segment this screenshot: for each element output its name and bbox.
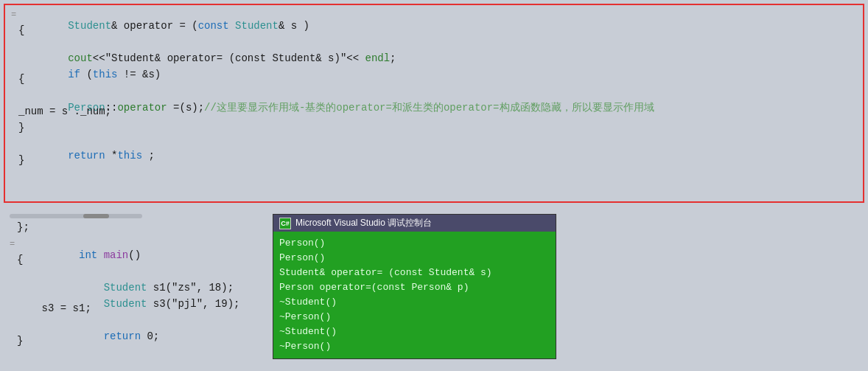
line-marker: = (10, 239, 15, 249)
code-line: if (this != &s) (5, 57, 863, 73)
code-line: { (5, 73, 863, 89)
line-marker: = (11, 10, 17, 20)
code-text: } (18, 154, 24, 166)
code-text: } (17, 335, 23, 347)
main-container: = Student& operator = (const Student& s … (0, 0, 868, 371)
console-output-line-8: ~Person() (279, 339, 550, 354)
code-text: _num = s ._num; (18, 105, 111, 117)
console-output-line-3: Student& operator= (const Student& s) (279, 266, 550, 280)
code-text: { (18, 73, 24, 85)
console-icon: C# (279, 218, 291, 229)
code-line: return *this ; (5, 138, 863, 154)
console-title: Microsoft Visual Studio 调试控制台 (295, 217, 432, 229)
code-line: = Student& operator = (const Student& s … (5, 8, 863, 24)
code-line: { (5, 24, 863, 41)
console-titlebar: C# Microsoft Visual Studio 调试控制台 (273, 215, 556, 232)
top-code-area: = Student& operator = (const Student& s … (4, 4, 864, 203)
code-text: } (18, 122, 24, 134)
code-line: Person::operator =(s);//这里要显示作用域-基类的oper… (5, 89, 863, 105)
code-text: }; (17, 221, 29, 233)
console-output-line-6: ~Person() (279, 310, 550, 325)
console-output-line-5: ~Student() (279, 295, 550, 310)
console-output-line-2: Person() (279, 251, 550, 266)
code-line: } (5, 154, 863, 170)
code-line: _num = s ._num; (5, 105, 863, 122)
code-text: { (18, 24, 24, 36)
code-line: cout<<"Student& operator= (const Student… (5, 41, 863, 57)
console-window: C# Microsoft Visual Studio 调试控制台 Person(… (273, 214, 556, 359)
console-output-line-4: Person operator=(const Person& p) (279, 280, 550, 295)
console-output-line-7: ~Student() (279, 325, 550, 339)
console-output-line-1: Person() (279, 236, 550, 251)
code-line: } (5, 122, 863, 138)
code-text: s3 = s1; (17, 302, 91, 314)
console-icon-label: C# (281, 220, 290, 227)
code-text: { (17, 254, 23, 266)
console-body: Person() Person() Student& operator= (co… (273, 232, 556, 358)
